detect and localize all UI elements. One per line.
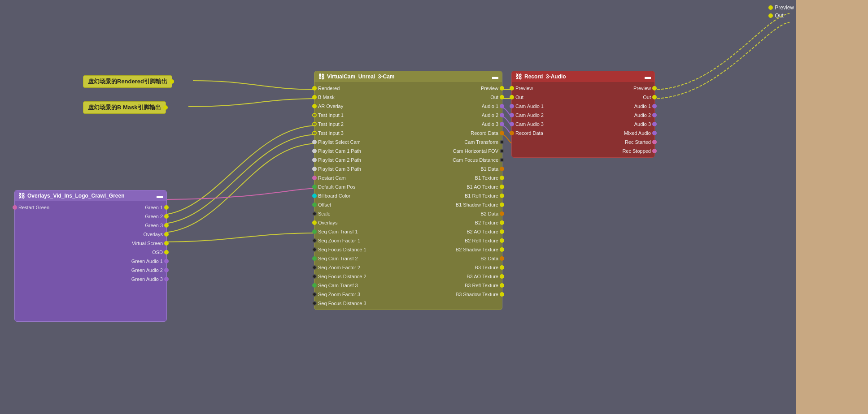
vc-out-out [500, 95, 504, 99]
vc-out-b3tex [500, 265, 504, 270]
vc-in-playlistselect [312, 140, 317, 144]
vc-in-scale [312, 211, 317, 216]
vc-in-seqzoom3 [312, 292, 317, 297]
vc-row-playlist1-camfov: Playlist Cam 1 Path Cam Horizontal FOV [314, 147, 502, 155]
vc-in-seqcamtransf1 [312, 229, 317, 234]
vc-row-testinput3-recdata: Test Input 3 Record Data [314, 129, 502, 138]
vc-in-playlistcam2 [312, 158, 317, 162]
record-body: Preview Preview Out Out Cam Audio 1 [512, 82, 654, 157]
ov-row-osd: OSD [15, 248, 166, 257]
vc-out-b1shadowtex [500, 203, 504, 207]
label-bmask-text: 虚幻场景的B Mask引脚输出 [88, 104, 161, 112]
vc-in-rendered [312, 86, 317, 91]
vc-row-rendered-preview: Rendered Preview [314, 84, 502, 93]
rec-out-audio3 [652, 122, 657, 126]
rec-out-recstarted [652, 140, 657, 144]
rec-out-audio2 [652, 113, 657, 117]
vc-in-seqfocusdist3 [312, 301, 317, 306]
ov-in-restartgreen [13, 205, 17, 210]
ov-row-greenaudio2: Green Audio 2 [15, 266, 166, 275]
ov-row-green2: Green 2 [15, 212, 166, 221]
vc-out-b2aotex [500, 229, 504, 234]
rec-in-preview [510, 86, 514, 91]
rec-row-audio1: Cam Audio 1 Audio 1 [512, 102, 654, 111]
overlays-empty-area [15, 284, 166, 319]
rec-row-recstopped: Rec Stopped [512, 147, 654, 155]
vc-out-b3aotex [500, 274, 504, 279]
vc-row-seqfocus2-b3aotex: Seq Focus Distance 2 B3 AO Texture [314, 272, 502, 281]
rec-in-camaudio1 [510, 104, 514, 108]
ov-out-virtualscreen [164, 241, 169, 246]
virtualcam-title: VirtualCam_Unreal_3-Cam [327, 73, 395, 80]
ov-row-overlays: Overlays [15, 230, 166, 239]
vc-out-b2tex [500, 220, 504, 225]
record-link-icon: ⛓ [515, 73, 522, 80]
vc-out-b3refltex [500, 283, 504, 288]
ov-out-green2 [164, 214, 169, 219]
preview-label: Preview [775, 4, 794, 11]
ov-out-green3 [164, 223, 169, 228]
overlays-menu-icon[interactable]: ▬ [157, 192, 163, 199]
rec-in-recorddata [510, 131, 514, 135]
node-overlays: ⛓ Overlays_Vid_Ins_Logo_Crawl_Green ▬ Re… [14, 190, 167, 322]
vc-row-seqcam3-b3refltex: Seq Cam Transf 3 B3 Refl Texture [314, 281, 502, 290]
ov-row-restartgreen-green1: Restart Green Green 1 [15, 203, 166, 212]
record-header: ⛓ Record_3-Audio ▬ [512, 71, 654, 82]
virtualcam-menu-icon[interactable]: ▬ [492, 73, 498, 80]
vc-row-playlist2-camfocus: Playlist Cam 2 Path Cam Focus Distance [314, 155, 502, 164]
vc-row-testinput1-audio2: Test Input 1 Audio 2 [314, 111, 502, 120]
preview-port [768, 5, 773, 10]
label-rendered-text: 虚幻场景的Rendered引脚输出 [88, 78, 167, 86]
vc-out-audio1 [500, 104, 504, 108]
rec-row-audio2: Cam Audio 2 Audio 2 [512, 111, 654, 120]
rec-row-preview: Preview Preview [512, 84, 654, 93]
vc-in-aroverlay [312, 104, 317, 108]
vc-row-bmask-out: B Mask Out [314, 93, 502, 102]
vc-in-playlistcam3 [312, 167, 317, 171]
vc-row-restartcam-b1tex: Restart Cam B1 Texture [314, 173, 502, 182]
vc-in-seqfocusdist1 [312, 247, 317, 252]
vc-out-camtransform [500, 140, 504, 144]
rec-row-recdata-mixedaudio: Record Data Mixed Audio [512, 129, 654, 138]
rec-out-audio1 [652, 104, 657, 108]
vc-row-billboard-b1refltex: Billboard Color B1 Refl Texture [314, 191, 502, 200]
ov-out-osd [164, 250, 169, 254]
vc-out-b1tex [500, 176, 504, 180]
vc-out-audio3 [500, 122, 504, 126]
rec-row-out: Out Out [512, 93, 654, 102]
vc-out-camfocusdist [500, 158, 504, 162]
rec-out-preview [652, 86, 657, 91]
node-record: ⛓ Record_3-Audio ▬ Preview Preview Out O… [511, 71, 655, 158]
vc-out-preview [500, 86, 504, 91]
vc-in-seqzoom2 [312, 265, 317, 270]
vc-row-playlist-camtransf: Playlist Select Cam Cam Transform [314, 138, 502, 147]
vc-row-testinput2-audio3: Test Input 2 Audio 3 [314, 120, 502, 129]
node-virtualcam: ⛓ VirtualCam_Unreal_3-Cam ▬ Rendered Pre… [314, 71, 502, 310]
vc-row-seqzoom1-b2refltex: Seq Zoom Factor 1 B2 Refl Texture [314, 236, 502, 245]
vc-in-billboardcolor [312, 194, 317, 198]
vc-row-playlist3-b1data: Playlist Cam 3 Path B1 Data [314, 164, 502, 173]
overlays-link-icon: ⛓ [18, 192, 25, 199]
vc-out-b2shadowtex [500, 247, 504, 252]
right-panel [796, 0, 868, 414]
vc-row-offset-b1shadowtex: Offset B1 Shadow Texture [314, 200, 502, 209]
vc-row-seqzoom3-b3shadowtex: Seq Zoom Factor 3 B3 Shadow Texture [314, 290, 502, 299]
overlays-title: Overlays_Vid_Ins_Logo_Crawl_Green [27, 193, 125, 199]
vc-in-testinput1 [312, 113, 317, 117]
vc-row-seqfocus1-b2shadowtex: Seq Focus Distance 1 B2 Shadow Texture [314, 245, 502, 254]
ov-out-greenaudio3 [164, 277, 169, 281]
vc-in-overlays [312, 220, 317, 225]
ov-out-green1 [164, 205, 169, 210]
vc-out-b1data [500, 167, 504, 171]
vc-in-seqzoom1 [312, 238, 317, 243]
label-bmask: 虚幻场景的B Mask引脚输出 [83, 101, 166, 114]
virtualcam-body: Rendered Preview B Mask Out AR Overlay [314, 82, 502, 310]
vc-out-recorddata [500, 131, 504, 135]
record-menu-icon[interactable]: ▬ [645, 73, 651, 80]
overlays-body: Restart Green Green 1 Green 2 Green 3 [15, 201, 166, 321]
vc-in-seqcamtransf2 [312, 256, 317, 261]
rec-row-recstarted: Rec Started [512, 138, 654, 147]
out-port [768, 13, 773, 18]
vc-row-seqcam2-b3data: Seq Cam Transf 2 B3 Data [314, 254, 502, 263]
out-output: Out [768, 13, 794, 19]
